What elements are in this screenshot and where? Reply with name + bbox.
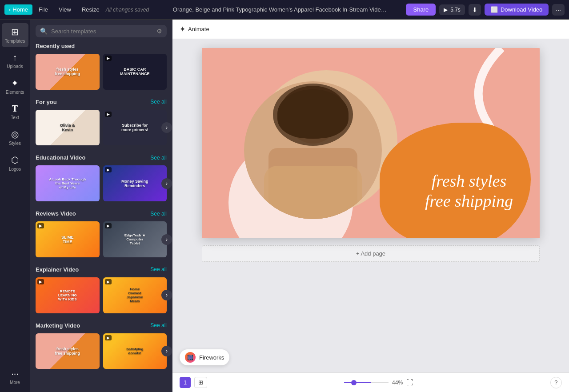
icon-sidebar: ⊞ Templates ↑ Uploads ✦ Elements T Text …: [0, 20, 30, 392]
sidebar-item-logos[interactable]: ⬡ Logos: [2, 151, 28, 175]
sidebar-item-elements[interactable]: ✦ Elements: [2, 74, 28, 98]
carousel-next-button[interactable]: ›: [161, 346, 172, 356]
autosave-status: All changes saved: [106, 7, 149, 13]
reviews-grid: ▶ SLIMETIME ▶ EdgeTech ★ComputerTablet ›: [36, 221, 167, 257]
canvas-text-line2: free shipping: [425, 191, 513, 212]
download-video-button[interactable]: ⬜ Download Video: [485, 4, 549, 16]
page-1-button[interactable]: 1: [180, 377, 191, 388]
carousel-next-button[interactable]: ›: [161, 290, 172, 300]
template-card[interactable]: ▶ Subscribe formore primers!: [103, 110, 167, 146]
explainer-see-all[interactable]: See all: [150, 266, 167, 272]
template-card[interactable]: ▶ SLIMETIME: [36, 221, 100, 257]
carousel-next-button[interactable]: ›: [161, 122, 172, 133]
for-you-see-all[interactable]: See all: [150, 99, 167, 105]
for-you-title: For you: [36, 99, 57, 105]
zoom-controls: 44% ⛶: [344, 379, 413, 387]
styles-icon: ◎: [11, 129, 19, 140]
for-you-section: For you See all Olivia &Kevin ▶ Subscrib…: [30, 99, 172, 153]
play-duration: 5.7s: [450, 7, 461, 13]
share-button[interactable]: Share: [406, 4, 436, 16]
view-menu[interactable]: View: [54, 4, 76, 15]
marketing-video-title: Marketing Video: [36, 322, 80, 329]
educational-see-all[interactable]: See all: [150, 155, 167, 161]
more-options-button[interactable]: ···: [552, 4, 565, 16]
template-preview-text: Subscribe formore primers!: [103, 110, 167, 146]
help-button[interactable]: ?: [550, 377, 562, 388]
template-preview-text: Satisfyingdonuts!: [103, 333, 167, 369]
template-card[interactable]: ▶ HomeCookedJapaneseMeals: [103, 277, 167, 313]
educational-grid: A Look Back Throughthe Best Yearsof My L…: [36, 165, 167, 201]
uploads-icon: ↑: [13, 52, 17, 63]
reviews-video-section: Reviews Video See all ▶ SLIMETIME ▶ Edge…: [30, 210, 172, 264]
template-preview-text: Olivia &Kevin: [36, 110, 100, 146]
add-page-small-button[interactable]: ⊞: [194, 377, 207, 388]
template-preview-text: REMOTELEARNINGWITH KIDS: [36, 277, 100, 313]
marketing-video-section: Marketing Video See all fresh stylesfree…: [30, 322, 172, 376]
animate-label: Animate: [188, 26, 209, 32]
template-card[interactable]: fresh stylesfree shipping: [36, 54, 100, 90]
more-icon: ···: [11, 368, 19, 379]
play-button[interactable]: ▶ 5.7s: [439, 4, 465, 15]
template-card[interactable]: fresh stylesfree shipping: [36, 333, 100, 369]
canvas-scroll[interactable]: ⧉ ⤢: [172, 39, 569, 372]
template-card[interactable]: ▶ Money SavingReminders: [103, 165, 167, 201]
document-title: Orange, Beige and Pink Typographic Women…: [155, 6, 404, 13]
template-card[interactable]: ▶ Satisfyingdonuts!: [103, 333, 167, 369]
carousel-next-button[interactable]: ›: [161, 178, 172, 189]
logos-label: Logos: [9, 167, 21, 172]
add-page-button[interactable]: + Add page: [202, 245, 540, 262]
recently-used-title: Recently used: [36, 43, 75, 49]
search-input[interactable]: [51, 28, 153, 35]
search-icon: 🔍: [40, 28, 48, 35]
design-canvas[interactable]: fresh styles free shipping: [202, 48, 540, 238]
logos-icon: ⬡: [11, 155, 19, 165]
template-card[interactable]: ▶ REMOTELEARNINGWITH KIDS: [36, 277, 100, 313]
canvas-person-image: [237, 61, 389, 238]
for-you-header: For you See all: [36, 99, 167, 105]
elements-label: Elements: [6, 90, 24, 95]
animate-button[interactable]: ✦ Animate: [180, 25, 209, 33]
for-you-grid: Olivia &Kevin ▶ Subscribe formore primer…: [36, 110, 167, 146]
sidebar-item-text[interactable]: T Text: [2, 100, 28, 124]
fireworks-badge: 🎆 Fireworks: [180, 349, 229, 365]
elements-icon: ✦: [11, 78, 19, 88]
reviews-see-all[interactable]: See all: [150, 211, 167, 217]
home-label: Home: [12, 6, 28, 13]
sidebar-item-uploads[interactable]: ↑ Uploads: [2, 49, 28, 72]
animate-icon: ✦: [180, 25, 185, 33]
recently-used-grid: fresh stylesfree shipping ▶ BASIC CARMAI…: [36, 54, 167, 90]
filter-icon[interactable]: ⚙: [156, 28, 162, 35]
person-circle: [244, 81, 382, 219]
search-bar: 🔍 ⚙: [36, 25, 167, 37]
sidebar-item-templates[interactable]: ⊞ Templates: [2, 23, 28, 47]
download-arrow-button[interactable]: ⬇: [469, 4, 481, 16]
recently-used-section: Recently used fresh stylesfree shipping …: [30, 43, 172, 97]
marketing-see-all[interactable]: See all: [150, 322, 167, 328]
template-card[interactable]: ▶ BASIC CARMAINTENANCE: [103, 54, 167, 90]
template-preview-text: fresh stylesfree shipping: [36, 333, 100, 369]
canvas-area: ✦ Animate ⧉ ⤢: [172, 20, 569, 392]
template-card[interactable]: Olivia &Kevin: [36, 110, 100, 146]
template-panel: 🔍 ⚙ Recently used fresh stylesfree shipp…: [30, 20, 172, 392]
carousel-next-button[interactable]: ›: [161, 234, 172, 245]
uploads-label: Uploads: [7, 64, 23, 69]
canvas-toolbar: ✦ Animate: [172, 20, 569, 39]
more-label: More: [10, 380, 20, 385]
sidebar-item-styles[interactable]: ◎ Styles: [2, 125, 28, 149]
zoom-slider[interactable]: [344, 382, 389, 383]
file-menu[interactable]: File: [34, 4, 52, 15]
home-button[interactable]: ‹ Home: [4, 4, 32, 15]
resize-menu[interactable]: Resize: [77, 4, 104, 15]
canvas-text-line1: fresh styles: [425, 171, 513, 192]
template-preview-text: fresh stylesfree shipping: [36, 54, 100, 90]
template-preview-text: HomeCookedJapaneseMeals: [103, 277, 167, 313]
template-card[interactable]: ▶ EdgeTech ★ComputerTablet: [103, 221, 167, 257]
sidebar-item-more[interactable]: ··· More: [2, 365, 28, 388]
template-card[interactable]: A Look Back Throughthe Best Yearsof My L…: [36, 165, 100, 201]
explainer-video-section: Explainer Video See all ▶ REMOTELEARNING…: [30, 266, 172, 320]
fireworks-label: Fireworks: [199, 354, 224, 361]
fullscreen-button[interactable]: ⛶: [406, 379, 413, 387]
top-navigation: ‹ Home File View Resize All changes save…: [0, 0, 569, 20]
explainer-video-header: Explainer Video See all: [36, 266, 167, 273]
templates-label: Templates: [5, 39, 25, 44]
